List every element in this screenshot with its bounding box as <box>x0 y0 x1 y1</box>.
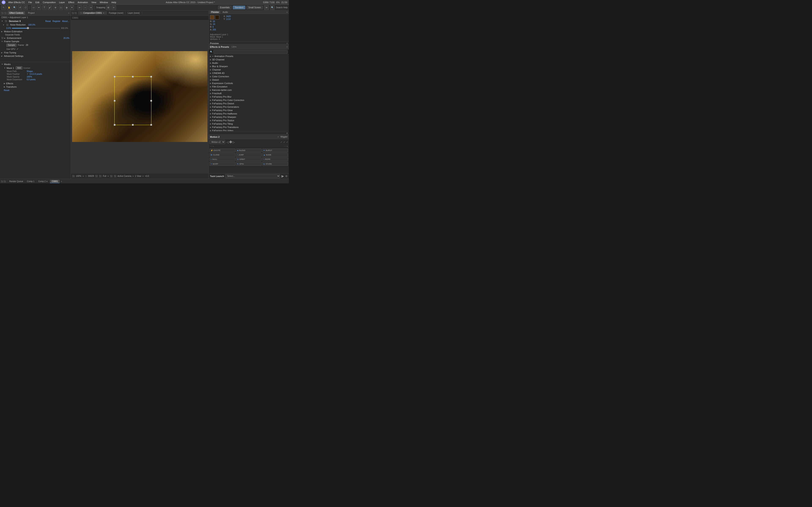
motion-btn-clone[interactable]: ⊞ CLONE <box>210 153 235 157</box>
menu-animation[interactable]: Animation <box>76 1 90 4</box>
mask-path-value[interactable]: Shape... <box>27 70 35 72</box>
effects-cat-distort[interactable]: ▶ Distort <box>209 78 289 81</box>
workspace-options[interactable]: ≫ <box>264 5 269 10</box>
handle-bot-left[interactable] <box>114 124 115 126</box>
selection-box[interactable] <box>114 76 151 125</box>
tool-arrow[interactable]: ↖ <box>1 5 6 10</box>
menu-layer[interactable]: Layer <box>58 1 67 4</box>
effects-cat-animation-presets[interactable]: ▶ ★ Animation Presets <box>209 55 289 58</box>
kf-l-icon-2[interactable]: L <box>287 145 288 147</box>
menu-effect[interactable]: Effect <box>67 1 76 4</box>
tool-hand[interactable]: ✋ <box>7 5 11 10</box>
workspace-standard[interactable]: Standard <box>233 6 245 9</box>
tab-comp2[interactable]: Comp 2 ✕ <box>37 180 50 183</box>
comp-controls-icon[interactable]: ⬛ <box>95 175 98 177</box>
mask-feather-value[interactable]: 0.0,0.0 pixels <box>30 73 42 75</box>
effects-cat-cinema4d[interactable]: ▶ CINEMA 4D <box>209 71 289 75</box>
task-launch-select[interactable]: Select... <box>225 174 280 178</box>
search-icon[interactable]: 🔍 <box>270 5 275 10</box>
handle-bot-right[interactable] <box>150 124 152 126</box>
use-gpu-checkbox[interactable]: ✓ <box>16 48 18 51</box>
roi-icon[interactable]: ⬛ <box>110 175 112 177</box>
sample-button[interactable]: Sample <box>6 44 16 47</box>
motion-btn-burst[interactable]: ✦ BURST <box>262 149 288 152</box>
tab-project[interactable]: Project <box>26 11 36 14</box>
tool-text[interactable]: T <box>42 5 47 10</box>
render-icon[interactable]: ⬛ <box>72 175 74 177</box>
effects-cat-audio[interactable]: ▶ Audio <box>209 61 289 65</box>
effects-cat-fx-glow[interactable]: ▶ FxFactory Pro Glow <box>209 109 289 112</box>
tab-render-queue[interactable]: Render Queue <box>8 180 25 183</box>
effects-cat-expression[interactable]: ▶ Expression Controls <box>209 81 289 85</box>
effects-cat-francois[interactable]: ▶ francois-tarlier.com <box>209 88 289 92</box>
tab-comp1[interactable]: Comp 1 <box>26 180 36 183</box>
effects-cat-fx-stylize[interactable]: ▶ FxFactory Pro Stylize <box>209 119 289 122</box>
effects-cat-fx-color[interactable]: ▶ FxFactory Pro Color Correction <box>209 99 289 102</box>
noise-reduction-value[interactable]: 100.0% <box>28 24 35 26</box>
transparency-icon[interactable]: ⬛ <box>114 175 116 177</box>
motion-btn-warp[interactable]: ⟡ WARP <box>210 162 235 166</box>
resolution-label[interactable]: Full <box>103 175 106 177</box>
effects-cat-blur-sharpen[interactable]: ▶ Blur & Sharpen <box>209 65 289 68</box>
frame-sample-section[interactable]: ▼ Frame Sample <box>0 40 70 43</box>
tab-c0001[interactable]: C0001 <box>50 180 59 183</box>
task-launch-btn[interactable]: ▶ <box>282 174 284 178</box>
reset-link[interactable]: Reset <box>45 20 51 22</box>
tool-clone[interactable]: ⊕ <box>53 5 58 10</box>
resolution-dropdown[interactable]: ▾ <box>108 175 109 177</box>
fine-tuning-section[interactable]: ▶ Fine Tuning <box>0 51 70 54</box>
comp2-close-icon[interactable]: ✕ <box>46 180 48 182</box>
comp-zoom[interactable]: 100% <box>76 175 82 177</box>
reset-transform-link[interactable]: Reset <box>4 89 9 92</box>
effects-cat-fx-tiling[interactable]: ▶ FxFactory Pro Tiling <box>209 122 289 125</box>
handle-top-right[interactable] <box>150 76 152 77</box>
tab-effect-controls[interactable]: Effect Controls <box>8 11 25 14</box>
motion-version-select[interactable]: Motion v2 <box>210 140 225 144</box>
comp-viewer[interactable] <box>71 20 208 173</box>
handle-mid-left[interactable] <box>114 100 115 102</box>
workspace-essentials[interactable]: Essentials <box>218 6 232 9</box>
menu-composition[interactable]: Composition <box>41 1 57 4</box>
tab-info[interactable]: Preview <box>210 11 220 13</box>
effects-cat-fx-sharpen[interactable]: ▶ FxFactory Pro Sharpen <box>209 115 289 119</box>
tool-align-right[interactable]: ⇥ <box>88 5 93 10</box>
snapping-options[interactable]: ≡ <box>111 5 116 10</box>
menu-view[interactable]: View <box>90 1 98 4</box>
motion-btn-blend[interactable]: ◈ BLEND <box>236 149 262 152</box>
tool-zoom[interactable]: 🔍 <box>12 5 17 10</box>
effects-cat-3d-channel[interactable]: ▶ 3D Channel <box>209 58 289 61</box>
motion-btn-spin[interactable]: ↻ SPIN <box>236 162 262 166</box>
menu-file[interactable]: File <box>27 1 34 4</box>
view-icon[interactable]: ⬡ <box>85 175 87 177</box>
snapping-toggle[interactable]: ⊞ <box>106 5 111 10</box>
menu-after-effects[interactable]: After Effects CC <box>7 1 27 4</box>
effects-cat-color-correction[interactable]: ▶ Color Correction <box>209 75 289 78</box>
tl-options-icon[interactable]: ≡ <box>61 180 62 182</box>
motion-btn-stare[interactable]: ◎ STARE <box>262 162 288 166</box>
register-link[interactable]: Register <box>52 20 60 22</box>
menu-window[interactable]: Window <box>98 1 109 4</box>
enhancement-section[interactable]: ⬛ ▶ Enhancement 20.0% <box>0 36 70 40</box>
motion-btn-orbit[interactable]: ⊙ ORBIT <box>236 157 262 161</box>
effects-cat-fx-video[interactable]: ▶ FxFactory Pro Video <box>209 129 289 131</box>
menu-help[interactable]: Help <box>110 1 118 4</box>
tool-roto[interactable]: ◑ <box>64 5 69 10</box>
motion-estimation-section[interactable]: ▶ Motion Estimation <box>0 30 70 33</box>
effects-cat-film-emulation[interactable]: ▶ Film Emulation <box>209 85 289 88</box>
menu-edit[interactable]: Edit <box>34 1 41 4</box>
task-gear-icon[interactable]: ⚙ <box>285 175 288 178</box>
effects-search-input[interactable] <box>213 50 288 54</box>
tab-audio[interactable]: Audio <box>221 11 230 14</box>
handle-bot-center[interactable] <box>132 124 134 126</box>
info-menu-icon[interactable]: ≡ <box>287 11 288 13</box>
camera-dropdown[interactable]: ▾ <box>133 175 134 177</box>
handle-top-left[interactable] <box>114 76 115 77</box>
tab-layer[interactable]: Layer (none) <box>125 11 142 14</box>
views-label[interactable]: 1 View <box>135 175 141 177</box>
motion-btn-null[interactable]: ○ NULL <box>210 157 235 161</box>
tool-rotate[interactable]: ↺ <box>18 5 22 10</box>
views-dropdown[interactable]: ▾ <box>143 175 144 177</box>
kf-nav-next-icon[interactable]: ▷ <box>233 140 235 144</box>
mask-expansion-value[interactable]: 0.0 pixels <box>27 78 36 81</box>
effects-cat-fx-blur[interactable]: ▶ FxFactory Pro Blur <box>209 95 289 99</box>
